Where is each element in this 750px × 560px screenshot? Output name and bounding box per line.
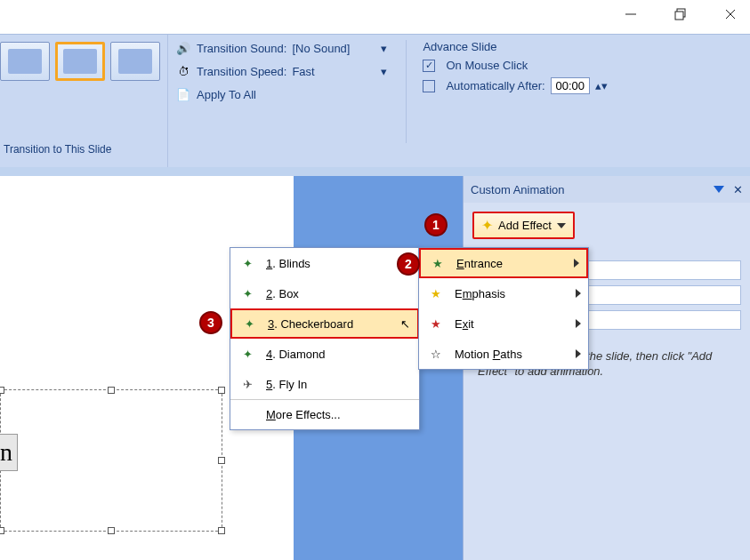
entrance-effects-submenu: ✦ 1. Blinds ✦ 2. Box ✦ 3. Checkerboard ↖… xyxy=(230,247,420,430)
dropdown-icon xyxy=(557,223,566,228)
menu-emphasis[interactable]: ★ Emphasis xyxy=(419,278,588,308)
apply-to-all-button[interactable]: Apply To All xyxy=(197,88,256,101)
transition-thumb-selected[interactable] xyxy=(55,42,105,81)
effect-icon: ✦ xyxy=(238,344,257,364)
menu-entrance[interactable]: ★ Entrance xyxy=(419,248,588,278)
emphasis-icon: ★ xyxy=(426,284,446,303)
effect-category-menu: ★ Entrance ★ Emphasis ★ Exit ☆ Motion Pa… xyxy=(418,247,589,370)
speed-icon: ⏱ xyxy=(175,63,191,79)
taskpane-menu-icon[interactable] xyxy=(714,186,724,193)
effect-fly-in[interactable]: ✈ 5. Fly In xyxy=(230,369,419,399)
gallery-caption: Transition to This Slide xyxy=(4,143,111,156)
effect-box[interactable]: ✦ 2. Box xyxy=(230,278,419,308)
entrance-icon: ★ xyxy=(428,253,448,273)
exit-icon: ★ xyxy=(426,314,446,333)
transition-speed-label: Transition Speed: xyxy=(197,65,286,78)
effect-icon: ✦ xyxy=(238,284,257,303)
resize-handle[interactable] xyxy=(108,387,115,394)
transition-speed-value[interactable]: Fast xyxy=(292,65,372,78)
resize-handle[interactable] xyxy=(218,387,225,394)
chevron-right-icon xyxy=(576,319,581,328)
effect-checkerboard[interactable]: ✦ 3. Checkerboard ↖ xyxy=(230,308,419,339)
title-bar xyxy=(0,0,750,28)
effect-icon: ✈ xyxy=(238,374,257,394)
taskpane-close-icon[interactable]: ✕ xyxy=(733,183,743,196)
advance-slide-label: Advance Slide xyxy=(423,40,607,53)
chevron-right-icon xyxy=(576,289,581,298)
transition-thumb[interactable] xyxy=(0,42,50,81)
text-shape[interactable]: n xyxy=(0,434,18,471)
transition-sound-label: Transition Sound: xyxy=(197,42,286,55)
effect-more-effects[interactable]: More Effects... xyxy=(230,399,419,429)
on-mouse-click-checkbox[interactable]: ✓ xyxy=(423,60,435,72)
add-effect-label: Add Effect xyxy=(498,219,552,232)
placeholder-box[interactable] xyxy=(0,389,222,532)
auto-after-spinner[interactable]: ▴▾ xyxy=(595,79,608,92)
entrance-label: ntrance xyxy=(464,257,503,270)
transition-sound-value[interactable]: [No Sound] xyxy=(292,42,372,55)
effect-blinds[interactable]: ✦ 1. Blinds xyxy=(230,248,419,278)
effect-diamond[interactable]: ✦ 4. Diamond xyxy=(230,339,419,369)
transition-thumb[interactable] xyxy=(110,42,160,81)
step-badge-2: 2 xyxy=(397,252,420,276)
resize-handle[interactable] xyxy=(108,527,115,534)
effect-icon: ✦ xyxy=(238,253,257,273)
transition-sound-dropdown[interactable]: ▾ xyxy=(377,42,390,55)
minimize-button[interactable] xyxy=(618,2,643,27)
add-effect-button[interactable]: ✦ Add Effect xyxy=(472,212,575,239)
close-button[interactable] xyxy=(718,2,743,27)
blank-icon xyxy=(238,405,257,425)
resize-handle[interactable] xyxy=(218,457,225,464)
taskpane-title: Custom Animation xyxy=(471,183,565,196)
on-mouse-click-label: On Mouse Click xyxy=(446,59,528,72)
auto-after-value[interactable]: 00:00 xyxy=(551,77,590,94)
ribbon-divider xyxy=(406,40,407,143)
auto-after-label: Automatically After: xyxy=(446,79,544,92)
motion-path-icon: ☆ xyxy=(426,344,446,364)
chevron-right-icon xyxy=(576,349,581,358)
menu-motion-paths[interactable]: ☆ Motion Paths xyxy=(419,339,588,369)
cursor-icon: ↖ xyxy=(400,317,410,331)
star-icon: ✦ xyxy=(481,217,493,234)
resize-handle[interactable] xyxy=(218,527,225,534)
chevron-right-icon xyxy=(574,259,579,268)
svg-rect-2 xyxy=(675,12,683,20)
taskpane-header: Custom Animation ✕ xyxy=(464,176,750,203)
menu-exit[interactable]: ★ Exit xyxy=(419,308,588,339)
transition-speed-dropdown[interactable]: ▾ xyxy=(377,65,390,78)
ribbon: Transition to This Slide 🔊 Transition So… xyxy=(0,34,750,167)
step-badge-1: 1 xyxy=(424,213,448,236)
step-badge-3: 3 xyxy=(199,311,222,334)
effect-icon: ✦ xyxy=(239,314,259,333)
resize-handle[interactable] xyxy=(0,387,4,394)
resize-handle[interactable] xyxy=(0,527,4,534)
auto-after-checkbox[interactable]: ✓ xyxy=(423,80,435,92)
sound-icon: 🔊 xyxy=(175,40,191,56)
restore-button[interactable] xyxy=(668,2,693,27)
apply-all-icon: 📄 xyxy=(175,86,191,102)
